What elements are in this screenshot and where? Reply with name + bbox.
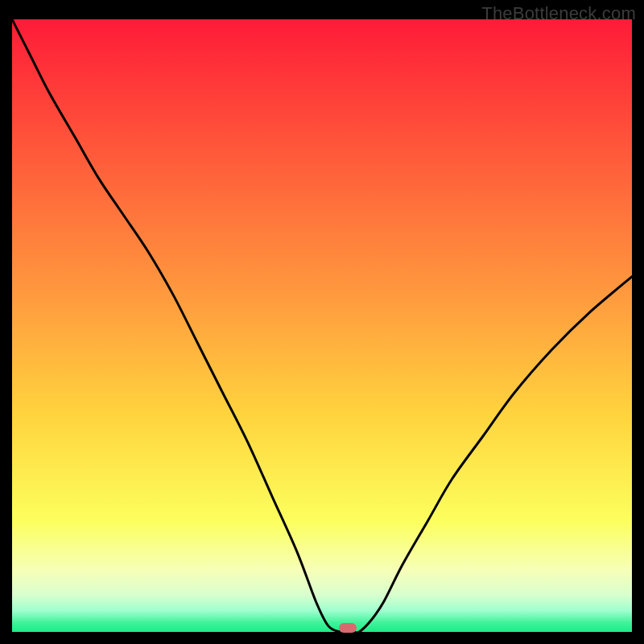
plot-area bbox=[12, 19, 632, 632]
chart-svg bbox=[12, 19, 632, 632]
gradient-background bbox=[12, 19, 632, 632]
minimum-marker bbox=[339, 623, 357, 633]
chart-frame: TheBottleneck.com bbox=[0, 0, 644, 644]
